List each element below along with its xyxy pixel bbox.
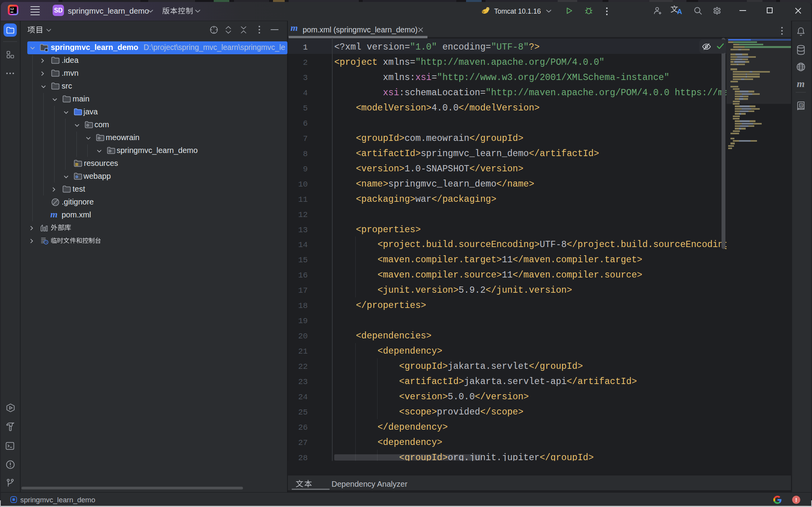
svg-text:A: A bbox=[800, 103, 803, 107]
